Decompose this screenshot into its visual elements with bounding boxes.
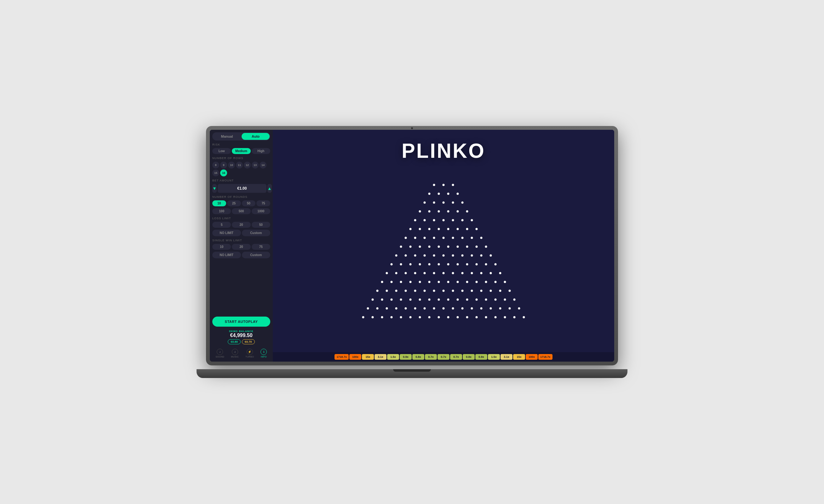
win-no-limit[interactable]: NO LIMIT bbox=[212, 252, 241, 258]
bet-down-btn[interactable]: ▼ bbox=[212, 184, 217, 193]
mult-11: 0.8x bbox=[463, 354, 475, 360]
mult-16: 100x bbox=[526, 354, 538, 360]
music-icon: ♫ bbox=[232, 349, 238, 355]
win-limit-row: NO LIMIT Custom bbox=[212, 252, 270, 258]
turbo-icon-item[interactable]: ⚡ TURBO bbox=[245, 349, 254, 358]
row-10[interactable]: 10 bbox=[228, 162, 235, 169]
round-100[interactable]: 100 bbox=[212, 208, 231, 214]
risk-buttons: Low Medium High bbox=[212, 148, 270, 154]
mult-5: 1.5x bbox=[387, 354, 399, 360]
multiplier-bar: 1718.7x 100x 15x 3.1x 1.5x 0.9x 0.8x 0.7… bbox=[273, 352, 614, 362]
info-icon: ℹ bbox=[261, 349, 267, 355]
win-label: SINGLE WIN LIMIT bbox=[212, 239, 270, 242]
row-9[interactable]: 9 bbox=[220, 162, 227, 169]
mult-17: 1718.7x bbox=[538, 354, 552, 360]
balance-chips: €0.80 €0.70 bbox=[212, 339, 270, 344]
bet-amount-row: ▼ ▲ bbox=[212, 184, 270, 193]
left-panel: Manual Auto RISK Low Medium High NUMBER … bbox=[210, 130, 273, 362]
row-16[interactable]: 16 bbox=[220, 170, 227, 176]
row-12[interactable]: 12 bbox=[244, 162, 251, 169]
music-label: MUSIC bbox=[231, 356, 239, 358]
dots-canvas bbox=[343, 179, 544, 333]
loss-no-limit[interactable]: NO LIMIT bbox=[212, 230, 241, 236]
mult-10: 0.7x bbox=[450, 354, 462, 360]
risk-low[interactable]: Low bbox=[212, 148, 231, 154]
camera bbox=[411, 127, 413, 129]
win-custom[interactable]: Custom bbox=[242, 252, 271, 258]
bet-up-btn[interactable]: ▲ bbox=[268, 184, 272, 193]
laptop: Manual Auto RISK Low Medium High NUMBER … bbox=[206, 126, 618, 378]
win-grid: 10 20 75 bbox=[212, 244, 270, 250]
balance-label: DEMO BALANCE bbox=[212, 330, 270, 333]
turbo-icon: ⚡ bbox=[247, 349, 253, 355]
row-14[interactable]: 14 bbox=[260, 162, 267, 169]
loss-50[interactable]: 50 bbox=[252, 222, 270, 228]
loss-grid: 5 20 50 bbox=[212, 222, 270, 228]
mult-15: 15x bbox=[513, 354, 525, 360]
plinko-board bbox=[343, 160, 544, 352]
rounds-grid-row1: 10 25 50 75 bbox=[212, 200, 270, 206]
row-13[interactable]: 13 bbox=[252, 162, 259, 169]
game-area: PLINKO 1718.7x 100x 15x 3.1x 1.5x 0.9x 0… bbox=[273, 130, 614, 362]
mult-4: 3.1x bbox=[375, 354, 387, 360]
laptop-body: Manual Auto RISK Low Medium High NUMBER … bbox=[206, 126, 618, 366]
round-25[interactable]: 25 bbox=[227, 200, 241, 206]
round-50[interactable]: 50 bbox=[242, 200, 256, 206]
mode-tabs: Manual Auto bbox=[212, 132, 270, 140]
auto-tab[interactable]: Auto bbox=[241, 133, 270, 140]
mult-2: 100x bbox=[349, 354, 361, 360]
row-11[interactable]: 11 bbox=[236, 162, 243, 169]
rows-grid: 8 9 10 11 12 13 14 15 16 bbox=[212, 162, 270, 176]
loss-5[interactable]: 5 bbox=[212, 222, 231, 228]
rows-label: NUMBER OF ROWS bbox=[212, 157, 270, 160]
row-8[interactable]: 8 bbox=[212, 162, 219, 169]
win-10[interactable]: 10 bbox=[212, 244, 231, 250]
sound-icon: ♪ bbox=[217, 349, 223, 355]
round-10[interactable]: 10 bbox=[212, 200, 226, 206]
round-1000[interactable]: 1000 bbox=[252, 208, 270, 214]
round-75[interactable]: 75 bbox=[256, 200, 270, 206]
rounds-label: NUMBER OF ROUNDS bbox=[212, 195, 270, 198]
row-15[interactable]: 15 bbox=[212, 170, 219, 176]
mult-9: 0.7x bbox=[437, 354, 449, 360]
sound-label: SOUND bbox=[216, 356, 225, 358]
bottom-icons: ♪ SOUND ♫ MUSIC ⚡ TURBO ℹ INFO bbox=[212, 347, 270, 359]
win-20[interactable]: 20 bbox=[232, 244, 250, 250]
laptop-base bbox=[197, 369, 627, 378]
risk-label: RISK bbox=[212, 143, 270, 146]
bet-input[interactable] bbox=[218, 184, 267, 193]
loss-label: LOSS LIMIT bbox=[212, 217, 270, 220]
win-75[interactable]: 75 bbox=[252, 244, 270, 250]
balance-amount: €4,999.50 bbox=[212, 333, 270, 338]
manual-tab[interactable]: Manual bbox=[213, 133, 241, 140]
risk-medium[interactable]: Medium bbox=[232, 148, 250, 154]
mult-7: 0.8x bbox=[412, 354, 424, 360]
mult-14: 3.1x bbox=[501, 354, 512, 360]
info-label: INFO bbox=[261, 356, 267, 358]
loss-custom[interactable]: Custom bbox=[242, 230, 271, 236]
mult-6: 0.9x bbox=[400, 354, 412, 360]
mult-8: 0.7x bbox=[425, 354, 437, 360]
info-icon-item[interactable]: ℹ INFO bbox=[261, 349, 267, 358]
turbo-label: TURBO bbox=[245, 356, 254, 358]
loss-20[interactable]: 20 bbox=[232, 222, 250, 228]
mult-13: 1.5x bbox=[488, 354, 500, 360]
screen: Manual Auto RISK Low Medium High NUMBER … bbox=[210, 130, 614, 362]
loss-limit-row: NO LIMIT Custom bbox=[212, 230, 270, 236]
chip-yellow[interactable]: €0.70 bbox=[242, 339, 255, 344]
sound-icon-item[interactable]: ♪ SOUND bbox=[216, 349, 225, 358]
start-autoplay-btn[interactable]: START AUTOPLAY bbox=[212, 317, 270, 327]
bet-label: BET AMOUNT bbox=[212, 179, 270, 182]
game-title: PLINKO bbox=[402, 139, 485, 163]
balance-section: DEMO BALANCE €4,999.50 €0.80 €0.70 bbox=[212, 328, 270, 345]
music-icon-item[interactable]: ♫ MUSIC bbox=[231, 349, 239, 358]
rounds-grid-row2: 100 500 1000 bbox=[212, 208, 270, 214]
mult-1: 1718.7x bbox=[334, 354, 349, 360]
chip-green[interactable]: €0.80 bbox=[228, 339, 241, 344]
mult-3: 15x bbox=[362, 354, 374, 360]
mult-12: 0.9x bbox=[475, 354, 487, 360]
round-500[interactable]: 500 bbox=[232, 208, 250, 214]
risk-high[interactable]: High bbox=[252, 148, 270, 154]
